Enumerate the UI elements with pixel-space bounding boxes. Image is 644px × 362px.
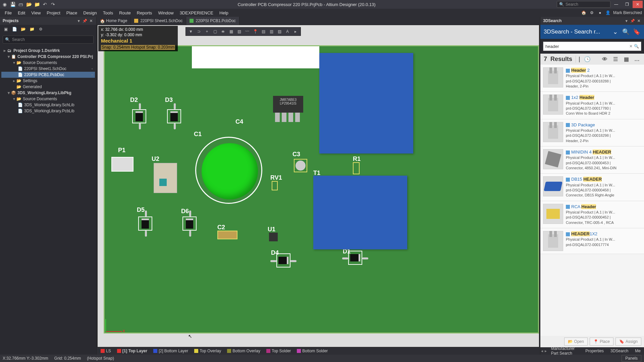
tool2-icon[interactable]: ⩩ [219,28,227,35]
projects-search[interactable]: 🔍 Search [3,36,94,44]
comp-c1[interactable] [195,137,262,204]
menu-view[interactable]: View [29,10,43,16]
toolbar-file-icon[interactable]: 📄 [11,26,17,32]
menu-3dexperience[interactable]: 3DEXPERIENCE [177,10,216,16]
open-button[interactable]: 📂 Open [564,338,588,346]
menu-tools[interactable]: Tools [100,10,116,16]
add-icon[interactable]: + [203,28,211,35]
comp-d3[interactable] [167,109,181,123]
filter-icon[interactable]: ▼ [187,28,195,35]
menu-place[interactable]: Place [64,10,80,16]
comp-d1[interactable] [348,251,362,265]
comp-d4[interactable] [276,253,290,267]
comp-d6[interactable] [182,217,197,231]
close-button[interactable]: ✕ [633,1,643,8]
search-icon[interactable]: 🔍 [634,44,639,49]
tree-group[interactable]: ▸🗂Project Group 1.DsnWrk [1,48,95,54]
menu-route[interactable]: Route [116,10,133,16]
net-icon[interactable]: ⊃ [195,28,203,35]
layer-bottom-solder[interactable]: Bottom Solder [294,347,330,355]
comp-t2-3d[interactable] [319,53,413,154]
tree-libpkg[interactable]: ▾📦3DS_WorkingLibrary.LibPkg [1,90,95,96]
result-item[interactable]: DB15 HEADER Physical Product | A.1 | In … [540,174,644,201]
result-item[interactable]: 3D Package Physical Product | A.1 | In W… [540,119,644,146]
layer-top-overlay[interactable]: Top Overlay [192,347,224,355]
tab-home[interactable]: 🏠Home Page [97,17,131,25]
tool6-icon[interactable]: ▤ [260,28,267,35]
panel-dropdown-icon[interactable]: ▾ [76,19,82,23]
undo-icon[interactable]: ↶ [42,1,48,8]
home-icon[interactable]: 🏠 [581,10,587,15]
tag-icon[interactable]: 🔖 [633,28,641,36]
minimize-button[interactable]: — [611,1,621,8]
save-all-icon[interactable]: 🗃 [17,1,24,8]
tab-me[interactable]: Me [632,349,644,353]
comp-rv1[interactable] [272,181,278,190]
tab-mfr-search[interactable]: Manufacturer Part Search [548,346,582,356]
toolbar-new-icon[interactable]: ▣ [3,26,9,32]
panel-dropdown-icon[interactable]: ▾ [624,19,629,23]
comp-u2[interactable] [154,163,177,193]
comp-t1-3d[interactable] [313,176,407,249]
comp-d2[interactable] [132,109,146,123]
text-icon[interactable]: A [284,28,291,35]
result-item[interactable]: HEADER1X2 Physical Product | A.1 | In W.… [540,228,644,254]
panel-close-icon[interactable]: ✕ [636,19,641,23]
result-item[interactable]: 1x2 Header Physical Product | A.1 | In W… [540,92,644,119]
tool1-icon[interactable]: ▢ [211,28,219,35]
comp-d5[interactable] [138,217,152,231]
tree-generated[interactable]: 📂Generated [1,84,95,90]
search-input[interactable] [545,44,628,49]
tab-properties[interactable]: Properties [582,349,607,353]
clear-icon[interactable]: ✕ [629,44,633,49]
eye-icon[interactable]: 👁 [601,56,608,62]
layer-ls[interactable]: LS [98,347,114,355]
tree-source-docs[interactable]: ▾📂Source Documents [1,60,95,66]
panel-close-icon[interactable]: ✕ [88,19,94,23]
comp-ic[interactable]: JM87ABE3LP29541IS [273,96,303,113]
result-item[interactable]: RCA Header Physical Product | A.1 | In W… [540,201,644,228]
comp-r1[interactable] [353,162,360,174]
gear-icon[interactable]: ⚙ [589,10,595,15]
panel-pin-icon[interactable]: 📌 [82,19,88,23]
menu-icon[interactable]: … [633,56,641,62]
tab-prev-icon[interactable]: ◂ [540,349,544,353]
global-search[interactable]: 🔍 Search [557,1,610,8]
results-list[interactable]: Header 2 Physical Product | A.1 | In W..… [540,65,644,336]
result-item[interactable]: Header 2 Physical Product | A.1 | In W..… [540,65,644,92]
toolbar-settings-icon[interactable]: ⚙ [38,26,44,32]
pcb-canvas[interactable]: x: 32.766 dx: 0.000 mm y: -3.302 dy: 0.0… [97,25,539,347]
save-icon[interactable]: 💾 [9,1,16,8]
layer-bottom[interactable]: [2] Bottom Layer [151,347,191,355]
redo-icon[interactable]: ↷ [50,1,56,8]
comp-p1[interactable] [111,157,133,172]
notification-icon[interactable]: ● [597,10,603,15]
pcb-board[interactable]: D2 D3 C4 C1 P1 U2 C3 R1 T1 T2 RV1 D5 D6 … [104,45,539,334]
menu-file[interactable]: File [2,10,14,16]
tree-lib-src[interactable]: ▾📂Source Documents [1,96,95,102]
comp-u1[interactable] [269,233,278,241]
tool8-icon[interactable]: ▨ [276,28,283,35]
history-icon[interactable]: 🕓 [584,56,591,62]
panel-pin-icon[interactable]: 📌 [630,19,635,23]
user-name[interactable]: Mark Bierschied [613,10,642,15]
comp-c2[interactable] [217,231,237,239]
pin-icon[interactable]: 📍 [252,28,259,35]
menu-reports[interactable]: Reports [134,10,155,16]
menu-project[interactable]: Project [44,10,63,16]
open-icon[interactable]: 📂 [25,1,32,8]
search-icon[interactable]: 🔍 [622,28,630,36]
assign-button[interactable]: 🔖 Assign [615,338,641,346]
tool5-icon[interactable]: 〰 [244,28,251,35]
tool4-icon[interactable]: ▧ [235,28,243,35]
tab-schdoc[interactable]: 220PSI Sheet1.SchDoc [131,17,186,25]
tree-schdoc[interactable]: 📄220PSI Sheet1.SchDoc▫ [1,66,95,72]
tree-settings[interactable]: ▸📂Settings [1,78,95,84]
chevron-down-icon[interactable]: ⌄ [611,28,619,36]
grid-icon[interactable]: ▦ [623,56,630,62]
tree-pcblib[interactable]: 📄3DS_WorkingLibrary.PcbLib [1,108,95,114]
tool3-icon[interactable]: ▦ [227,28,235,35]
menu-window[interactable]: Window [155,10,176,16]
place-button[interactable]: 📍 Place [590,338,613,346]
maximize-button[interactable]: ❐ [622,1,632,8]
